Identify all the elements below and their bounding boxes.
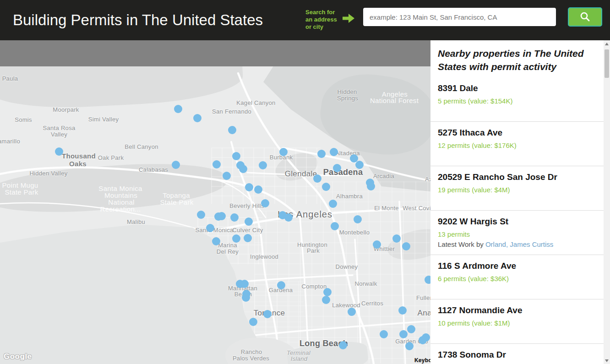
map-marker[interactable]: [277, 281, 285, 289]
map-marker[interactable]: [323, 288, 332, 296]
map-marker[interactable]: [279, 148, 288, 156]
property-list-item[interactable]: 116 S Ardmore Ave6 permits (value: $36K): [430, 255, 604, 299]
map-marker[interactable]: [355, 161, 364, 169]
map-marker[interactable]: [239, 165, 247, 173]
map-marker[interactable]: [399, 330, 408, 338]
map-marker[interactable]: [333, 164, 341, 172]
map-marker[interactable]: [244, 234, 252, 242]
property-list-item[interactable]: 8391 Dale5 permits (value: $154K): [430, 77, 604, 122]
map-marker[interactable]: [348, 308, 356, 316]
map-marker[interactable]: [330, 148, 338, 156]
map-marker[interactable]: [245, 217, 253, 226]
property-list-item[interactable]: 9202 W Hargis St13 permitsLatest Work by…: [430, 211, 604, 255]
page-title: Building Permits in The United States: [13, 0, 263, 40]
map-marker[interactable]: [322, 183, 330, 191]
map-marker[interactable]: [206, 224, 214, 232]
map-marker[interactable]: [212, 160, 221, 168]
property-permits: 5 permits (value: $154K): [438, 97, 596, 105]
map-marker[interactable]: [331, 222, 339, 230]
property-latest-work: Latest Work by Orland, James Curtiss: [438, 240, 596, 248]
map-marker[interactable]: [55, 147, 63, 156]
map-marker[interactable]: [172, 161, 180, 169]
map-marker[interactable]: [245, 183, 253, 191]
scroll-down-button[interactable]: [604, 357, 610, 364]
map-marker[interactable]: [174, 105, 182, 113]
map-marker[interactable]: [354, 215, 362, 223]
scroll-up-button[interactable]: [604, 40, 610, 47]
map-marker[interactable]: [249, 318, 257, 326]
map-marker[interactable]: [402, 242, 410, 250]
property-address: 5275 Ithaca Ave: [438, 128, 596, 138]
app-header: Building Permits in The United States Se…: [0, 0, 610, 40]
search-hint-line: or city: [305, 23, 351, 31]
property-address: 116 S Ardmore Ave: [438, 261, 596, 271]
map-marker[interactable]: [422, 333, 430, 342]
map-marker[interactable]: [392, 234, 401, 243]
property-list-item[interactable]: 20529 E Rancho San Jose Dr19 permits (va…: [430, 166, 604, 211]
map-marker[interactable]: [339, 341, 347, 349]
map-markers-layer: [0, 66, 430, 364]
map-marker[interactable]: [218, 212, 226, 220]
map-marker[interactable]: [284, 213, 293, 222]
map-marker[interactable]: [254, 185, 262, 194]
property-address: 9202 W Hargis St: [438, 217, 596, 227]
map-marker[interactable]: [261, 199, 269, 207]
map-marker[interactable]: [193, 114, 202, 122]
map-marker[interactable]: [373, 240, 381, 249]
scrollbar[interactable]: [604, 40, 610, 364]
nearby-properties-sidebar: Nearby properties in The United States w…: [430, 40, 604, 364]
property-address: 8391 Dale: [438, 83, 596, 93]
map-marker[interactable]: [407, 325, 415, 333]
property-permits: 6 permits (value: $36K): [438, 275, 596, 283]
map-marker[interactable]: [425, 276, 430, 284]
property-address: 1127 Normandie Ave: [438, 305, 596, 315]
google-logo: Google: [4, 352, 32, 361]
map[interactable]: PaulaMoorparkSomisSanta RosaValleySimi V…: [0, 66, 430, 364]
triangle-down-icon: [605, 359, 609, 362]
map-marker[interactable]: [405, 342, 414, 350]
search-button[interactable]: [568, 7, 602, 27]
map-marker[interactable]: [313, 174, 321, 183]
map-marker[interactable]: [228, 126, 236, 134]
sidebar-heading: Nearby properties in The United States w…: [438, 47, 594, 73]
property-permits: 19 permits (value: $4M): [438, 186, 596, 194]
map-marker[interactable]: [329, 200, 337, 208]
map-marker[interactable]: [398, 306, 407, 315]
property-address: 20529 E Rancho San Jose Dr: [438, 172, 596, 182]
property-list-item[interactable]: 1738 Sonoma Dr: [430, 344, 604, 364]
map-marker[interactable]: [263, 310, 272, 318]
arrow-right-icon: [342, 13, 355, 23]
map-marker[interactable]: [230, 213, 239, 222]
map-marker[interactable]: [197, 211, 205, 219]
search-input[interactable]: [363, 8, 556, 26]
map-marker[interactable]: [212, 237, 220, 245]
scrollbar-thumb[interactable]: [605, 49, 609, 78]
property-list: 8391 Dale5 permits (value: $154K)5275 It…: [430, 77, 604, 364]
map-marker[interactable]: [317, 150, 326, 158]
contractor-link[interactable]: Orland, James Curtiss: [485, 240, 553, 248]
property-permits: 10 permits (value: $1M): [438, 319, 596, 327]
property-permits: 13 permits: [438, 230, 596, 238]
property-address: 1738 Sonoma Dr: [438, 350, 596, 360]
latest-work-prefix: Latest Work by: [438, 240, 485, 248]
search-icon: [579, 11, 591, 23]
property-list-item[interactable]: 1127 Normandie Ave10 permits (value: $1M…: [430, 299, 604, 344]
map-marker[interactable]: [380, 330, 388, 338]
map-marker[interactable]: [367, 182, 375, 190]
map-marker[interactable]: [242, 293, 250, 302]
map-marker[interactable]: [259, 161, 267, 169]
triangle-up-icon: [605, 43, 609, 45]
property-permits: 12 permits (value: $176K): [438, 141, 596, 149]
map-marker[interactable]: [223, 172, 231, 180]
map-marker[interactable]: [232, 234, 240, 243]
map-marker[interactable]: [240, 280, 249, 288]
map-marker[interactable]: [232, 152, 240, 160]
building-permits-app: Building Permits in The United States Se…: [0, 0, 610, 364]
property-list-item[interactable]: 5275 Ithaca Ave12 permits (value: $176K): [430, 122, 604, 166]
filter-bar: Multi-Room Any Budget All Years Reset fi…: [0, 40, 430, 66]
map-marker[interactable]: [322, 296, 330, 304]
